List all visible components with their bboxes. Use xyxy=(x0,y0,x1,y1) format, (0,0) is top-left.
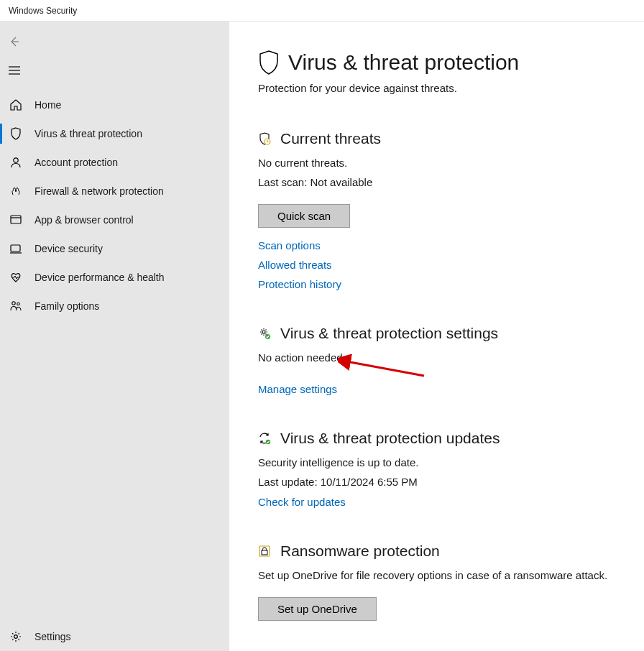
last-scan: Last scan: Not available xyxy=(258,174,644,190)
shield-icon xyxy=(9,126,23,141)
gear-icon xyxy=(9,629,23,644)
ransomware-icon xyxy=(258,545,271,558)
last-update: Last update: 10/11/2024 6:55 PM xyxy=(258,474,644,490)
sidebar-item-device-health[interactable]: Device performance & health xyxy=(0,263,229,292)
back-arrow-icon xyxy=(9,36,20,47)
setup-onedrive-button[interactable]: Set up OneDrive xyxy=(258,597,377,621)
update-check-icon xyxy=(258,432,271,445)
sidebar-item-label: Settings xyxy=(34,631,71,642)
page-title: Virus & threat protection xyxy=(288,50,519,75)
vtp-settings-status: No action needed. xyxy=(258,349,644,366)
window-title: Windows Security xyxy=(9,6,77,16)
manage-settings-link[interactable]: Manage settings xyxy=(258,383,644,395)
sidebar-item-label: Device security xyxy=(34,243,103,254)
quick-scan-button[interactable]: Quick scan xyxy=(258,204,350,228)
svg-point-11 xyxy=(17,303,20,305)
protection-history-link[interactable]: Protection history xyxy=(258,278,644,290)
svg-point-4 xyxy=(14,158,18,162)
sidebar-item-label: Virus & threat protection xyxy=(34,128,142,139)
clock-shield-icon xyxy=(258,132,271,145)
shield-icon xyxy=(258,50,280,75)
heart-icon xyxy=(9,270,23,285)
account-icon xyxy=(9,155,23,170)
firewall-icon xyxy=(9,184,23,198)
update-status: Security intelligence is up to date. xyxy=(258,454,644,471)
main-content: Virus & threat protection Protection for… xyxy=(229,22,644,651)
threat-status: No current threats. xyxy=(258,154,644,171)
svg-point-12 xyxy=(14,635,18,639)
sidebar-item-app-browser[interactable]: App & browser control xyxy=(0,206,229,234)
page-subtitle: Protection for your device against threa… xyxy=(258,82,644,94)
section-vtp-updates: Virus & threat protection updates Securi… xyxy=(258,430,644,509)
hamburger-menu-button[interactable] xyxy=(0,56,29,85)
sidebar-item-label: Device performance & health xyxy=(34,272,165,283)
section-heading: Virus & threat protection updates xyxy=(280,430,500,447)
svg-point-14 xyxy=(262,331,265,333)
sidebar-item-label: Account protection xyxy=(34,157,118,168)
sidebar-item-account[interactable]: Account protection xyxy=(0,148,229,177)
sidebar-item-label: Firewall & network protection xyxy=(34,185,164,197)
svg-rect-8 xyxy=(11,245,20,251)
svg-point-5 xyxy=(15,190,17,192)
window-titlebar: Windows Security xyxy=(0,0,644,22)
section-heading: Ransomware protection xyxy=(280,542,440,560)
device-security-icon xyxy=(9,241,23,256)
sidebar-item-firewall[interactable]: Firewall & network protection xyxy=(0,177,229,206)
sidebar-item-family[interactable]: Family options xyxy=(0,292,229,320)
ransomware-status: Set up OneDrive for file recovery option… xyxy=(258,567,644,583)
sidebar-item-label: Home xyxy=(34,99,61,111)
sidebar-item-settings[interactable]: Settings xyxy=(0,622,229,651)
section-ransomware: Ransomware protection Set up OneDrive fo… xyxy=(258,542,644,632)
family-icon xyxy=(9,299,23,313)
check-updates-link[interactable]: Check for updates xyxy=(258,496,644,508)
back-button[interactable] xyxy=(0,27,29,56)
settings-check-icon xyxy=(258,327,271,340)
app-browser-icon xyxy=(9,213,23,227)
sidebar-item-label: Family options xyxy=(34,300,99,312)
sidebar: Home Virus & threat protection Account p… xyxy=(0,22,229,651)
page-header: Virus & threat protection xyxy=(258,50,644,75)
section-vtp-settings: Virus & threat protection settings No ac… xyxy=(258,325,644,395)
section-heading: Current threats xyxy=(280,130,381,147)
section-heading: Virus & threat protection settings xyxy=(280,325,498,342)
svg-rect-18 xyxy=(262,550,267,555)
sidebar-item-virus-threat[interactable]: Virus & threat protection xyxy=(0,119,229,148)
scan-options-link[interactable]: Scan options xyxy=(258,239,644,251)
svg-point-10 xyxy=(12,302,15,305)
section-current-threats: Current threats No current threats. Last… xyxy=(258,130,644,290)
svg-rect-6 xyxy=(11,216,21,223)
sidebar-item-device-security[interactable]: Device security xyxy=(0,234,229,263)
hamburger-icon xyxy=(9,66,20,75)
home-icon xyxy=(9,98,23,112)
sidebar-item-home[interactable]: Home xyxy=(0,91,229,119)
sidebar-item-label: App & browser control xyxy=(34,214,134,226)
allowed-threats-link[interactable]: Allowed threats xyxy=(258,259,644,271)
